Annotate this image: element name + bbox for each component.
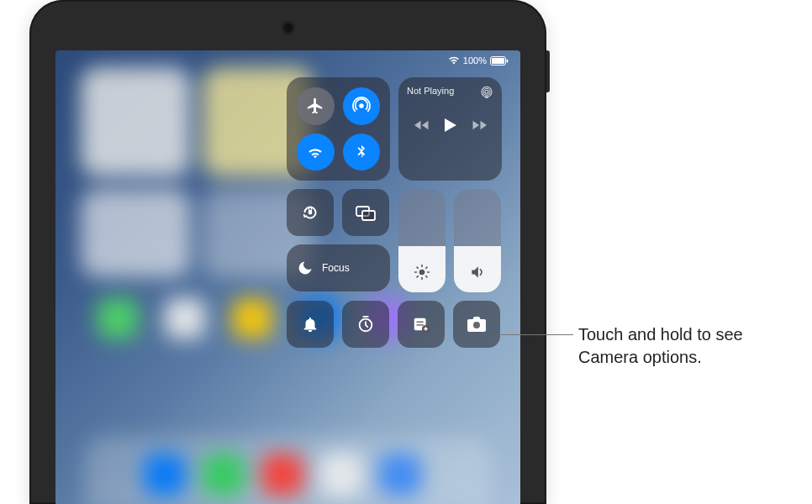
svg-point-26: [473, 322, 480, 328]
media-playback-tile[interactable]: Not Playing: [398, 77, 502, 181]
now-playing-label: Not Playing: [407, 86, 454, 96]
connectivity-group[interactable]: [287, 77, 390, 181]
rewind-button[interactable]: [414, 119, 430, 131]
svg-point-5: [483, 88, 490, 95]
svg-line-17: [417, 276, 418, 277]
airdrop-button[interactable]: [343, 87, 381, 125]
brightness-icon: [414, 264, 430, 281]
wifi-button[interactable]: [297, 134, 335, 171]
svg-rect-7: [308, 210, 312, 214]
timer-icon: [356, 315, 375, 333]
callout-leader-line: [501, 334, 573, 335]
silent-mode-button[interactable]: [287, 301, 334, 348]
callout-text: Touch and hold to see Camera options.: [578, 323, 797, 369]
svg-line-18: [426, 267, 427, 268]
svg-rect-1: [492, 58, 504, 64]
svg-point-4: [485, 90, 488, 93]
rotation-lock-button[interactable]: [287, 189, 334, 236]
airplay-icon[interactable]: [480, 86, 493, 99]
svg-line-15: [417, 267, 418, 268]
screen: 100%: [55, 50, 520, 504]
focus-button[interactable]: Focus: [287, 244, 390, 291]
forward-button[interactable]: [472, 119, 487, 131]
notes-icon: [412, 315, 430, 333]
volume-slider[interactable]: [454, 189, 501, 292]
volume-icon: [469, 264, 486, 281]
svg-point-10: [419, 270, 425, 276]
battery-status-icon: [490, 56, 509, 66]
screen-mirroring-icon: [355, 203, 377, 222]
bluetooth-button[interactable]: [343, 134, 381, 171]
bluetooth-icon: [353, 144, 370, 160]
timer-button[interactable]: [342, 301, 389, 348]
side-button: [546, 50, 550, 92]
rotation-lock-icon: [299, 202, 321, 223]
moon-icon: [297, 260, 314, 276]
bell-icon: [301, 315, 319, 333]
wifi-status-icon: [448, 56, 460, 65]
airplane-icon: [306, 97, 324, 115]
control-center: Not Playing: [287, 77, 502, 356]
svg-rect-9: [362, 211, 375, 220]
wifi-icon: [306, 143, 324, 161]
screen-mirroring-button[interactable]: [342, 189, 389, 236]
status-bar: 100%: [448, 55, 509, 66]
airdrop-icon: [352, 97, 371, 115]
camera-button[interactable]: [453, 301, 500, 348]
airplane-mode-button[interactable]: [297, 87, 335, 125]
play-button[interactable]: [444, 118, 457, 133]
rewind-icon: [414, 119, 430, 131]
camera-icon: [467, 316, 487, 333]
battery-text: 100%: [463, 55, 487, 66]
front-camera: [284, 24, 293, 32]
svg-line-16: [426, 276, 427, 277]
focus-label: Focus: [322, 262, 350, 274]
ipad-bezel: 100%: [29, 0, 546, 504]
svg-rect-2: [507, 59, 509, 62]
brightness-slider[interactable]: [398, 189, 446, 292]
svg-point-3: [359, 104, 364, 109]
play-icon: [444, 118, 457, 133]
forward-icon: [472, 119, 487, 131]
quick-note-button[interactable]: [398, 301, 445, 348]
